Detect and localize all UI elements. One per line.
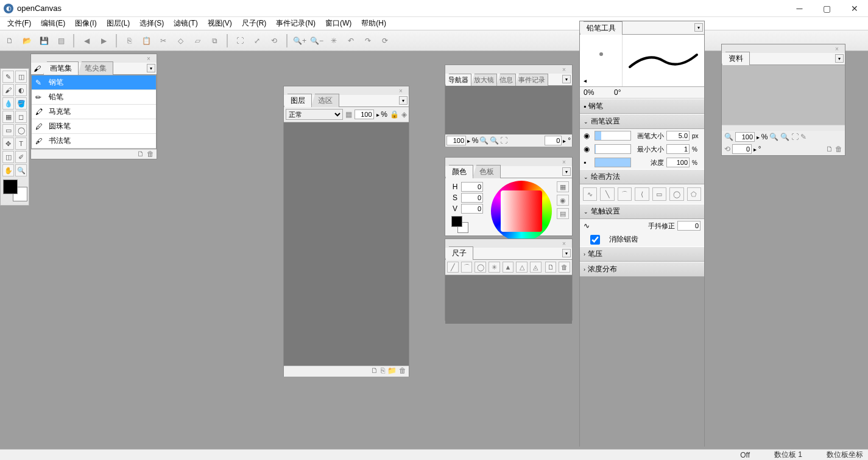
draw-rect-icon[interactable]: ▭: [652, 187, 666, 201]
erase-icon[interactable]: ▱: [190, 33, 205, 48]
brush-item-pen[interactable]: ✎钢笔: [32, 75, 156, 90]
refresh-icon[interactable]: ⟳: [378, 33, 392, 48]
param-indicator-icon[interactable]: ◉: [584, 131, 592, 140]
delete-layer-icon[interactable]: 🗑: [399, 366, 406, 377]
ruler-symmetry-icon[interactable]: ◬: [530, 262, 542, 273]
menu-view[interactable]: 视图(V): [203, 17, 237, 30]
ruler-dropdown-icon[interactable]: ▾: [562, 249, 571, 257]
antialias-checkbox[interactable]: [584, 235, 607, 245]
color-mode-3-icon[interactable]: ▤: [557, 208, 569, 219]
ruler-parallel-icon[interactable]: △: [516, 262, 528, 273]
close-icon[interactable]: ×: [562, 159, 570, 166]
mat-delete-icon[interactable]: 🗑: [835, 145, 842, 153]
cut-icon[interactable]: ✂: [156, 33, 171, 48]
close-icon[interactable]: ×: [835, 46, 842, 53]
zoom-tool-icon[interactable]: 🔍: [15, 164, 27, 176]
layer-tab[interactable]: 图层: [284, 94, 312, 107]
material-titlebar[interactable]: ×: [722, 44, 845, 53]
zoom-in-icon[interactable]: 🔍+: [292, 33, 307, 48]
menu-filter[interactable]: 滤镜(T): [169, 17, 202, 30]
menu-help[interactable]: 帮助(H): [356, 17, 391, 30]
ruler-delete-icon[interactable]: 🗑: [559, 262, 570, 273]
nav-dropdown-icon[interactable]: ▾: [562, 75, 571, 83]
pen-pressure-header[interactable]: ›笔压: [580, 246, 704, 262]
draw-curve-icon[interactable]: ⌒: [618, 187, 632, 201]
zoom-fit-icon[interactable]: ⛶: [500, 136, 507, 145]
select-tool-icon[interactable]: ▭: [2, 124, 14, 136]
copy-layer-icon[interactable]: ⎘: [381, 366, 385, 377]
brushset-tab[interactable]: 画笔集: [43, 61, 79, 75]
color-wheel[interactable]: [491, 181, 552, 242]
draw-freehand-icon[interactable]: ∿: [583, 187, 597, 201]
minimize-button[interactable]: ─: [786, 0, 813, 17]
layer-list[interactable]: [284, 122, 409, 366]
folder-icon[interactable]: 📁: [387, 366, 397, 377]
zoom-out-icon[interactable]: 🔍: [479, 136, 489, 145]
gradient-tool-icon[interactable]: ▦: [2, 111, 14, 123]
draw-line-icon[interactable]: ╲: [600, 187, 614, 201]
new-layer-icon[interactable]: 🗋: [371, 366, 378, 377]
navigator-view[interactable]: [445, 86, 572, 134]
layer-opacity-input[interactable]: [355, 110, 374, 119]
color-dropdown-icon[interactable]: ▾: [562, 167, 571, 176]
delete-brush-icon[interactable]: 🗑: [147, 150, 154, 159]
eyedropper-tool-icon[interactable]: ✐: [15, 151, 27, 163]
color-mode-1-icon[interactable]: ▦: [557, 181, 569, 192]
mat-zoom-fit-icon[interactable]: 🔍: [780, 133, 789, 141]
blend-mode-select[interactable]: 正常: [286, 109, 343, 120]
new-file-icon[interactable]: 🗋: [2, 33, 17, 48]
next-icon[interactable]: ▶: [96, 33, 111, 48]
navigator-tab[interactable]: 导航器: [445, 74, 471, 86]
v-input[interactable]: [461, 204, 483, 214]
nav-zoom-input[interactable]: [446, 136, 466, 145]
menu-edit[interactable]: 编辑(E): [36, 17, 70, 30]
nav-titlebar[interactable]: ×: [445, 65, 572, 74]
brush-settings-header[interactable]: ⌄画笔设置: [580, 114, 704, 129]
close-icon[interactable]: ×: [147, 55, 154, 63]
mat-rotation-input[interactable]: [732, 144, 752, 154]
min-size-input[interactable]: [666, 144, 690, 154]
lasso-tool-icon[interactable]: ◯: [15, 124, 27, 136]
pencil-tool-tab[interactable]: 铅笔工具: [580, 21, 623, 35]
s-input[interactable]: [461, 193, 483, 203]
pen-tool-icon[interactable]: ✎: [2, 71, 14, 83]
nav-rotation-input[interactable]: [545, 136, 562, 145]
ruler-perspective-icon[interactable]: ▲: [503, 262, 514, 273]
material-view[interactable]: [722, 65, 845, 125]
hand-tool-icon[interactable]: ✋: [2, 164, 14, 176]
mat-zoom-out-icon[interactable]: 🔍: [724, 133, 733, 141]
crop-icon[interactable]: ⧉: [207, 33, 222, 48]
mat-rotate-icon[interactable]: ⟲: [724, 145, 730, 153]
undo-icon[interactable]: ↶: [344, 33, 358, 48]
brush-item-ballpoint[interactable]: 🖊圆珠笔: [32, 119, 156, 134]
menu-ruler[interactable]: 尺子(R): [237, 17, 272, 30]
text-tool-icon[interactable]: T: [15, 138, 27, 150]
brush-size-input[interactable]: [666, 131, 690, 141]
draw-polygon-icon[interactable]: ⬠: [687, 187, 701, 201]
scale-icon[interactable]: ⤢: [250, 33, 264, 48]
draw-method-header[interactable]: ⌄绘画方法: [580, 169, 704, 184]
brush-item-calligraphy[interactable]: 🖋书法笔: [32, 134, 156, 148]
close-icon[interactable]: ×: [562, 240, 570, 248]
open-file-icon[interactable]: 📂: [19, 33, 34, 48]
brush-item-pencil[interactable]: ✏铅笔: [32, 90, 156, 105]
brushset-titlebar[interactable]: ×: [31, 54, 157, 63]
layer-titlebar[interactable]: ×: [284, 86, 409, 95]
tipset-tab[interactable]: 笔尖集: [78, 61, 113, 75]
pencil-dropdown-icon[interactable]: ▾: [694, 23, 703, 32]
rotate-icon[interactable]: ⟲: [267, 33, 281, 48]
shape-tool-icon[interactable]: ◻: [15, 111, 27, 123]
jitter-input[interactable]: [677, 221, 700, 231]
close-button[interactable]: ✕: [841, 0, 868, 17]
menu-event[interactable]: 事件记录(N): [271, 17, 320, 30]
selection-tab[interactable]: 选区: [311, 94, 339, 107]
color-swatch[interactable]: [3, 179, 27, 201]
ruler-ellipse-icon[interactable]: ◯: [475, 262, 486, 273]
ruler-tab[interactable]: 尺子: [445, 246, 473, 260]
brushset-dropdown-icon[interactable]: ▾: [147, 64, 155, 72]
material-tab[interactable]: 资料: [722, 52, 750, 65]
menu-image[interactable]: 图像(I): [70, 17, 101, 30]
close-icon[interactable]: ×: [562, 66, 570, 74]
brush-size-slider[interactable]: [595, 131, 631, 141]
zoom-out-icon[interactable]: 🔍−: [309, 33, 324, 48]
